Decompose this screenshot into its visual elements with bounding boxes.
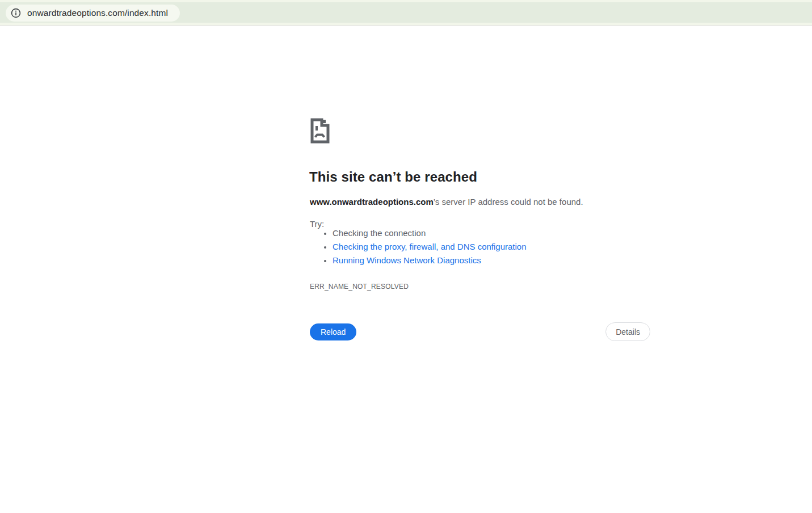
url-bar[interactable]: onwardtradeoptions.com/index.html	[6, 5, 180, 22]
url-text[interactable]: onwardtradeoptions.com/index.html	[27, 8, 168, 18]
network-diagnostics-link[interactable]: Running Windows Network Diagnostics	[333, 255, 481, 265]
sad-file-icon	[310, 118, 330, 144]
suggestion-item-connection: Checking the connection	[333, 226, 527, 240]
suggestion-list: Checking the connection Checking the pro…	[310, 226, 527, 267]
info-icon[interactable]	[11, 8, 21, 18]
reload-button[interactable]: Reload	[310, 323, 356, 340]
suggestion-text: Checking the connection	[333, 228, 426, 238]
error-message: www.onwardtradeoptions.com’s server IP a…	[310, 196, 583, 208]
action-buttons: Reload Details	[310, 322, 650, 341]
error-domain: www.onwardtradeoptions.com	[310, 197, 434, 207]
proxy-firewall-dns-link[interactable]: Checking the proxy, firewall, and DNS co…	[333, 242, 527, 251]
suggestion-item-diagnostics: Running Windows Network Diagnostics	[333, 254, 527, 267]
details-button[interactable]: Details	[605, 322, 650, 341]
suggestion-item-proxy: Checking the proxy, firewall, and DNS co…	[333, 240, 527, 254]
error-message-text: ’s server IP address could not be found.	[434, 197, 583, 207]
error-title: This site can’t be reached	[309, 169, 477, 185]
error-code: ERR_NAME_NOT_RESOLVED	[310, 283, 409, 291]
browser-toolbar: onwardtradeoptions.com/index.html	[0, 0, 812, 26]
